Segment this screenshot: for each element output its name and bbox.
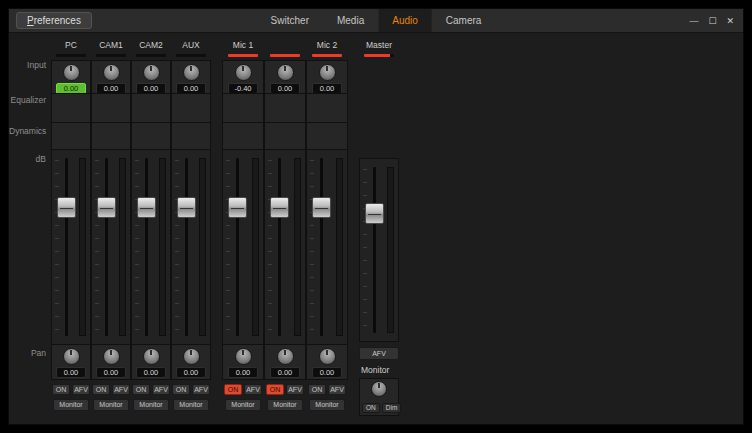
input-gain-knob[interactable] [63,64,80,81]
pan-value[interactable]: 0.00 [56,367,86,378]
tab-audio[interactable]: Audio [378,9,432,32]
dynamics-panel[interactable] [131,122,171,150]
afv-button[interactable]: AFV [192,384,210,395]
tab-switcher[interactable]: Switcher [257,9,323,32]
channel-name: Mic 1 [222,39,264,52]
fader-level-meter [294,158,301,336]
dynamics-panel[interactable] [91,122,131,150]
on-button[interactable]: ON [132,384,150,395]
maximize-icon[interactable]: ☐ [708,16,716,26]
equalizer-panel[interactable] [264,93,306,123]
equalizer-panel[interactable] [222,93,264,123]
monitor-button[interactable]: Monitor [225,399,261,411]
equalizer-panel[interactable] [306,93,348,123]
minimize-icon[interactable]: — [689,16,698,26]
dynamics-panel[interactable] [306,122,348,150]
pan-value[interactable]: 0.00 [312,367,342,378]
channel-name: Mic 2 [306,39,348,52]
window-controls: — ☐ ✕ [689,9,734,32]
tab-camera[interactable]: Camera [432,9,496,32]
fader-panel [91,149,131,345]
close-icon[interactable]: ✕ [726,16,734,26]
pan-knob[interactable] [235,348,252,365]
pan-knob[interactable] [277,348,294,365]
input-gain-knob[interactable] [103,64,120,81]
fader-handle[interactable] [177,197,196,218]
pan-value[interactable]: 0.00 [176,367,206,378]
on-button[interactable]: ON [172,384,190,395]
on-button[interactable]: ON [52,384,70,395]
pan-value[interactable]: 0.00 [228,367,258,378]
fader-handle[interactable] [57,197,76,218]
dynamics-panel[interactable] [171,122,211,150]
knob-pointer-icon [70,350,72,355]
pan-knob[interactable] [143,348,160,365]
input-gain-knob[interactable] [143,64,160,81]
equalizer-panel[interactable] [91,93,131,123]
fader-handle[interactable] [97,197,116,218]
pan-value[interactable]: 0.00 [136,367,166,378]
dynamics-panel[interactable] [51,122,91,150]
monitor-button[interactable]: Monitor [173,399,209,411]
afv-button[interactable]: AFV [244,384,262,395]
fader-handle[interactable] [137,197,156,218]
meter-fill [228,54,258,57]
channel-level-meter [228,54,258,57]
pan-knob[interactable] [63,348,80,365]
monitor-button[interactable]: Monitor [133,399,169,411]
knob-pointer-icon [284,66,286,71]
monitor-button[interactable]: Monitor [93,399,129,411]
on-button[interactable]: ON [308,384,326,395]
monitor-on-button[interactable]: ON [362,403,380,413]
pan-knob[interactable] [103,348,120,365]
afv-button[interactable]: AFV [112,384,130,395]
equalizer-panel[interactable] [171,93,211,123]
monitor-button[interactable]: Monitor [267,399,303,411]
channel-name: CAM1 [91,39,131,52]
afv-button[interactable]: AFV [72,384,90,395]
fader-track[interactable] [65,158,68,336]
on-button[interactable]: ON [224,384,242,395]
on-button[interactable]: ON [92,384,110,395]
fader-track[interactable] [373,167,376,333]
pan-value[interactable]: 0.00 [96,367,126,378]
fader-track[interactable] [320,158,323,336]
master-fader-panel [359,158,399,342]
fader-track[interactable] [278,158,281,336]
equalizer-panel[interactable] [131,93,171,123]
on-button[interactable]: ON [266,384,284,395]
afv-button[interactable]: AFV [152,384,170,395]
knob-pointer-icon [284,350,286,355]
pan-knob[interactable] [183,348,200,365]
channel-level-meter [136,54,166,57]
input-gain-knob[interactable] [183,64,200,81]
monitor-button[interactable]: Monitor [309,399,345,411]
fader-track[interactable] [236,158,239,336]
input-gain-knob[interactable] [235,64,252,81]
fader-handle[interactable] [312,197,331,218]
preferences-button[interactable]: Preferences [16,12,92,29]
monitor-button[interactable]: Monitor [53,399,89,411]
pan-knob[interactable] [319,348,336,365]
monitor-volume-knob[interactable] [371,381,387,397]
dynamics-panel[interactable] [222,122,264,150]
dynamics-panel[interactable] [264,122,306,150]
monitor-dim-button[interactable]: Dim [382,403,402,413]
equalizer-panel[interactable] [51,93,91,123]
input-gain-knob[interactable] [277,64,294,81]
afv-button[interactable]: AFV [328,384,346,395]
fader-handle[interactable] [228,197,247,218]
afv-button[interactable]: AFV [286,384,304,395]
input-gain-knob[interactable] [319,64,336,81]
channel-buttons: ON AFV [171,384,211,395]
fader-ticks [95,160,99,334]
tab-media[interactable]: Media [323,9,378,32]
fader-track[interactable] [145,158,148,336]
pan-panel: 0.00 [91,344,131,380]
fader-handle[interactable] [270,197,289,218]
pan-value[interactable]: 0.00 [270,367,300,378]
fader-handle[interactable] [365,203,384,224]
fader-track[interactable] [185,158,188,336]
fader-track[interactable] [105,158,108,336]
master-afv-button[interactable]: AFV [359,347,399,360]
